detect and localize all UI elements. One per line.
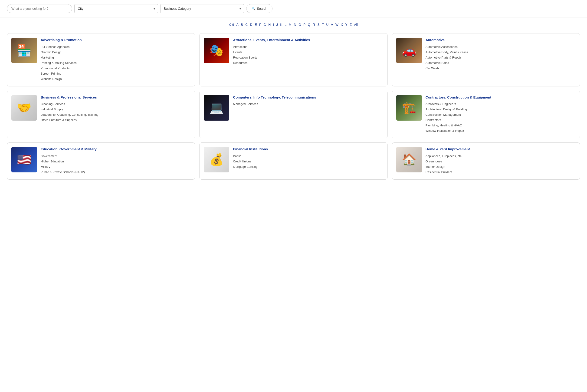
category-link-recreation-sports[interactable]: Recreation Sports	[233, 56, 257, 59]
category-link-public---private-schools--pk-1[interactable]: Public & Private Schools (PK-12)	[41, 170, 85, 174]
category-link-managed-services[interactable]: Managed Services	[233, 102, 258, 106]
category-title-advertising[interactable]: Advertising & Promotion	[41, 38, 191, 42]
category-link-website-design[interactable]: Website Design	[41, 77, 62, 81]
category-image-advertising	[11, 38, 37, 63]
category-link-screen-printing[interactable]: Screen Printing	[41, 72, 61, 75]
category-link-promotional-products[interactable]: Promotional Products	[41, 66, 69, 70]
category-link-window-installation---repair[interactable]: Window Installation & Repair	[426, 129, 464, 132]
search-icon: 🔍	[252, 7, 256, 10]
category-link-contractors[interactable]: Contractors	[426, 118, 441, 122]
alpha-nav-item-r[interactable]: R	[313, 23, 315, 26]
alpha-nav-item-y[interactable]: Y	[345, 23, 347, 26]
search-button-label: Search	[257, 7, 267, 10]
category-title-home[interactable]: Home & Yard Improvement	[426, 147, 576, 152]
category-link-industrial-supply[interactable]: Industrial Supply	[41, 108, 63, 111]
alpha-nav-item-e[interactable]: E	[255, 23, 257, 26]
city-select-wrapper: City	[74, 4, 158, 13]
list-item: Higher Education	[41, 159, 191, 163]
category-link-attractions[interactable]: Attractions	[233, 45, 247, 48]
alpha-nav-item-k[interactable]: K	[280, 23, 282, 26]
alpha-nav-item-n[interactable]: N	[294, 23, 296, 26]
category-link-graphic-design[interactable]: Graphic Design	[41, 50, 61, 54]
alpha-nav-item-0-9[interactable]: 0-9	[229, 23, 234, 26]
category-image-automotive	[396, 38, 422, 63]
category-link-resources[interactable]: Resources	[233, 61, 247, 64]
list-item: Full Service Agencies	[41, 44, 191, 49]
category-link-higher-education[interactable]: Higher Education	[41, 160, 64, 163]
category-link-interior-design[interactable]: Interior Design	[426, 165, 445, 168]
category-title-education[interactable]: Education, Government & Military	[41, 147, 191, 152]
alpha-nav-item-i[interactable]: I	[273, 23, 274, 26]
category-link-leadership--coaching--consulti[interactable]: Leadership, Coaching, Consulting, Traini…	[41, 113, 98, 116]
category-title-attractions[interactable]: Attractions, Events, Entertainment & Act…	[233, 38, 383, 42]
alpha-nav-item-a[interactable]: A	[236, 23, 238, 26]
category-link-office-furniture---supplies[interactable]: Office Furniture & Supplies	[41, 118, 77, 122]
list-item: Promotional Products	[41, 66, 191, 70]
category-links-computers: Managed Services	[233, 102, 383, 106]
alpha-nav-item-q[interactable]: Q	[308, 23, 310, 26]
category-link-banks[interactable]: Banks	[233, 154, 241, 158]
category-link-marketing[interactable]: Marketing	[41, 56, 54, 59]
category-link-full-service-agencies[interactable]: Full Service Agencies	[41, 45, 69, 48]
category-card-contractors: Contractors, Construction & EquipmentArc…	[392, 90, 580, 138]
category-link-automotive-accessories[interactable]: Automotive Accessories	[426, 45, 458, 48]
category-card-home: Home & Yard ImprovementAppliances, Firep…	[392, 142, 580, 180]
category-title-computers[interactable]: Computers, Info Technology, Telecommunic…	[233, 95, 383, 100]
category-link-events[interactable]: Events	[233, 50, 242, 54]
category-link-government[interactable]: Government	[41, 154, 57, 158]
category-title-contractors[interactable]: Contractors, Construction & Equipment	[426, 95, 576, 100]
alpha-nav-item-l[interactable]: L	[285, 23, 287, 26]
category-title-business[interactable]: Business & Professional Services	[41, 95, 191, 100]
alpha-nav-item-h[interactable]: H	[268, 23, 271, 26]
category-link-car-wash[interactable]: Car Wash	[426, 66, 439, 70]
category-title-automotive[interactable]: Automotive	[426, 38, 576, 42]
alpha-nav-item-u[interactable]: U	[326, 23, 328, 26]
category-link-residential-builders[interactable]: Residential Builders	[426, 170, 452, 174]
alpha-nav-item-s[interactable]: S	[317, 23, 319, 26]
list-item: Attractions	[233, 44, 383, 49]
category-link-automotive-sales[interactable]: Automotive Sales	[426, 61, 449, 64]
alpha-nav-item-all[interactable]: All	[354, 23, 358, 26]
category-link-architects---engineers[interactable]: Architects & Engineers	[426, 102, 456, 106]
alpha-nav-item-t[interactable]: T	[322, 23, 324, 26]
alpha-nav-item-x[interactable]: X	[341, 23, 343, 26]
list-item: Credit Unions	[233, 159, 383, 163]
category-link-printing---mailing-services[interactable]: Printing & Mailing Services	[41, 61, 77, 64]
category-link-greenhouse[interactable]: Greenhouse	[426, 160, 442, 163]
list-item: Printing & Mailing Services	[41, 61, 191, 65]
category-image-home	[396, 147, 422, 172]
category-link-credit-unions[interactable]: Credit Unions	[233, 160, 251, 163]
alpha-nav-item-z[interactable]: Z	[350, 23, 352, 26]
list-item: Architects & Engineers	[426, 102, 576, 106]
city-select[interactable]: City	[74, 4, 158, 13]
category-link-automotive-parts---repair[interactable]: Automotive Parts & Repair	[426, 56, 461, 59]
alpha-nav-item-f[interactable]: F	[259, 23, 261, 26]
category-link-architectural-design---buildin[interactable]: Architectural Design & Building	[426, 108, 467, 111]
alpha-nav-item-p[interactable]: P	[303, 23, 305, 26]
alpha-nav-item-g[interactable]: G	[263, 23, 266, 26]
category-title-financial[interactable]: Financial Institutions	[233, 147, 383, 152]
alpha-nav-item-j[interactable]: J	[276, 23, 278, 26]
alpha-nav-item-o[interactable]: O	[298, 23, 301, 26]
alpha-nav-item-w[interactable]: W	[335, 23, 338, 26]
search-button[interactable]: 🔍 Search	[246, 4, 272, 13]
category-links-advertising: Full Service AgenciesGraphic DesignMarke…	[41, 44, 191, 81]
category-link-construction-management[interactable]: Construction Management	[426, 113, 461, 116]
alpha-nav-item-c[interactable]: C	[245, 23, 248, 26]
category-link-plumbing--heating---hvac[interactable]: Plumbing, Heating & HVAC	[426, 124, 462, 127]
alpha-nav-item-v[interactable]: V	[331, 23, 333, 26]
category-link-mortgage-banking[interactable]: Mortgage Banking	[233, 165, 258, 168]
alpha-nav-item-m[interactable]: M	[289, 23, 292, 26]
category-link-cleaning-services[interactable]: Cleaning Services	[41, 102, 65, 106]
category-link-automotive-body--paint---glass[interactable]: Automotive Body, Paint & Glass	[426, 50, 468, 54]
alpha-nav-item-b[interactable]: B	[241, 23, 243, 26]
category-content-contractors: Contractors, Construction & EquipmentArc…	[426, 95, 576, 134]
category-link-military[interactable]: Military	[41, 165, 50, 168]
search-input[interactable]	[7, 4, 72, 13]
category-card-computers: Computers, Info Technology, Telecommunic…	[199, 90, 388, 138]
category-select-wrapper: Business Category	[160, 4, 244, 13]
alpha-nav-item-d[interactable]: D	[250, 23, 252, 26]
business-category-select[interactable]: Business Category	[160, 4, 244, 13]
list-item: Banks	[233, 154, 383, 158]
category-link-appliances--fireplaces--etc-[interactable]: Appliances, Fireplaces, etc.	[426, 154, 463, 158]
